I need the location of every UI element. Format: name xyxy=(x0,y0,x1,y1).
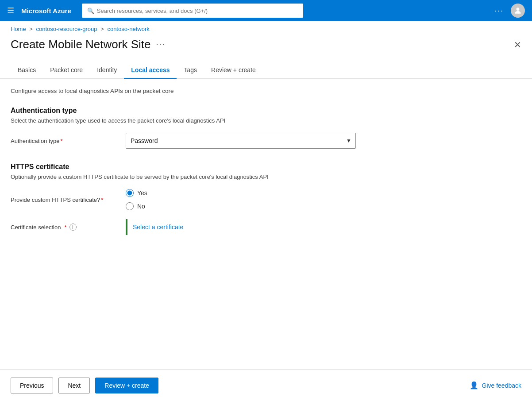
tab-review-create[interactable]: Review + create xyxy=(204,62,263,79)
tab-identity[interactable]: Identity xyxy=(90,62,124,79)
https-section: HTTPS certificate Optionally provide a c… xyxy=(11,163,388,235)
close-icon[interactable]: ✕ xyxy=(514,40,521,49)
tab-local-access[interactable]: Local access xyxy=(124,62,177,79)
topbar-ellipsis[interactable]: ··· xyxy=(494,6,504,15)
required-star-cert: * xyxy=(101,197,103,203)
hamburger-icon[interactable]: ☰ xyxy=(7,6,14,15)
breadcrumb-sep-2: > xyxy=(100,26,104,32)
radio-no[interactable]: No xyxy=(126,202,147,210)
topbar-right: ··· xyxy=(494,4,525,18)
breadcrumb: Home > contoso-resource-group > contoso-… xyxy=(0,21,532,34)
auth-section: Authentication type Select the authentic… xyxy=(11,107,388,149)
tab-description: Configure access to local diagnostics AP… xyxy=(11,88,388,94)
breadcrumb-sep-1: > xyxy=(29,26,33,32)
radio-yes-input[interactable] xyxy=(126,189,134,197)
select-certificate-link[interactable]: Select a certificate xyxy=(133,224,183,231)
auth-type-label: Authentication type* xyxy=(11,138,126,144)
radio-no-label: No xyxy=(137,203,145,210)
page-title: Create Mobile Network Site xyxy=(11,38,150,51)
custom-cert-label: Provide custom HTTPS certificate?* xyxy=(11,197,126,203)
radio-group-custom-cert: Yes No xyxy=(126,189,147,210)
auth-section-title: Authentication type xyxy=(11,107,388,115)
auth-type-row: Authentication type* Password AAD Certif… xyxy=(11,133,388,149)
radio-yes-label: Yes xyxy=(137,189,147,197)
cert-selector: Select a certificate xyxy=(126,219,183,235)
svg-point-0 xyxy=(517,8,520,11)
page-header-ellipsis[interactable]: ··· xyxy=(156,40,165,49)
cert-bar-indicator xyxy=(126,219,127,235)
auth-type-dropdown-wrapper: Password AAD Certificate ▼ xyxy=(126,133,356,149)
required-star: * xyxy=(61,138,63,144)
topbar: ☰ Microsoft Azure 🔍 ··· xyxy=(0,0,532,21)
breadcrumb-network[interactable]: contoso-network xyxy=(107,26,149,32)
auth-type-select[interactable]: Password AAD Certificate xyxy=(126,133,356,149)
tab-tags[interactable]: Tags xyxy=(177,62,204,79)
info-icon[interactable]: i xyxy=(69,224,77,231)
search-box[interactable]: 🔍 xyxy=(82,4,303,18)
https-section-subtitle: Optionally provide a custom HTTPS certif… xyxy=(11,174,388,180)
search-icon: 🔍 xyxy=(87,8,94,14)
radio-yes[interactable]: Yes xyxy=(126,189,147,197)
auth-section-subtitle: Select the authentication type used to a… xyxy=(11,117,388,124)
required-star-cert-sel: * xyxy=(64,224,66,231)
app-title: Microsoft Azure xyxy=(21,7,71,15)
cert-selection-label: Certificate selection * i xyxy=(11,224,126,231)
avatar[interactable] xyxy=(511,4,525,18)
tabs: Basics Packet core Identity Local access… xyxy=(0,62,532,79)
page-header: Create Mobile Network Site ··· ✕ xyxy=(0,34,532,51)
main-content: Configure access to local diagnostics AP… xyxy=(0,79,398,258)
tab-basics[interactable]: Basics xyxy=(11,62,43,79)
radio-no-input[interactable] xyxy=(126,202,134,210)
https-section-title: HTTPS certificate xyxy=(11,163,388,171)
cert-selection-row: Certificate selection * i Select a certi… xyxy=(11,219,388,235)
search-input[interactable] xyxy=(97,8,298,14)
breadcrumb-home[interactable]: Home xyxy=(11,26,26,32)
tab-packet-core[interactable]: Packet core xyxy=(43,62,90,79)
custom-cert-row: Provide custom HTTPS certificate?* Yes N… xyxy=(11,189,388,210)
breadcrumb-resource-group[interactable]: contoso-resource-group xyxy=(36,26,97,32)
